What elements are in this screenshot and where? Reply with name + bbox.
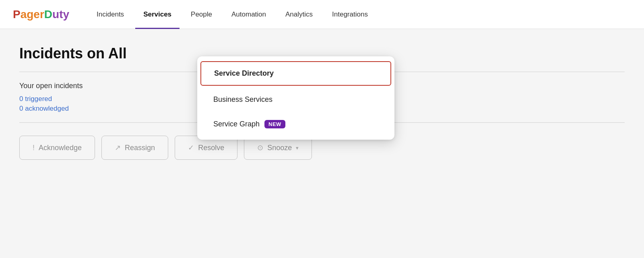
nav-item-services[interactable]: Services	[135, 0, 180, 29]
main-nav: Incidents Services People Automation Ana…	[89, 0, 376, 29]
acknowledge-label: Acknowledge	[39, 144, 82, 152]
dropdown-item-business-services[interactable]: Business Services	[197, 87, 394, 112]
reassign-icon: ↗	[115, 143, 121, 152]
nav-item-automation[interactable]: Automation	[223, 0, 274, 29]
logo-text: PagerDuty	[13, 8, 69, 21]
resolve-label: Resolve	[198, 144, 224, 152]
nav-item-integrations[interactable]: Integrations	[324, 0, 376, 29]
reassign-label: Reassign	[125, 144, 155, 152]
logo-uty: uty	[52, 8, 69, 21]
nav-item-people[interactable]: People	[183, 0, 220, 29]
logo-d: D	[44, 8, 52, 21]
nav-item-analytics[interactable]: Analytics	[277, 0, 321, 29]
snooze-icon: ⊙	[257, 143, 263, 152]
services-dropdown: Service Directory Business Services Serv…	[197, 56, 394, 140]
snooze-label: Snooze	[267, 144, 292, 152]
resolve-icon: ✓	[188, 143, 194, 152]
nav-item-incidents[interactable]: Incidents	[89, 0, 132, 29]
acknowledge-button[interactable]: ! Acknowledge	[19, 136, 95, 160]
logo-ager: ager	[21, 8, 44, 21]
service-graph-row: Service Graph NEW	[213, 120, 378, 128]
header: PagerDuty Incidents Services People Auto…	[0, 0, 644, 29]
logo-p: P	[13, 8, 21, 21]
reassign-button[interactable]: ↗ Reassign	[101, 136, 168, 160]
acknowledge-icon: !	[33, 144, 35, 152]
main-content: Incidents on All Your open incidents 0 t…	[0, 29, 644, 258]
new-badge: NEW	[264, 120, 285, 128]
snooze-chevron-icon: ▾	[296, 145, 299, 151]
snooze-inner: ⊙ Snooze ▾	[257, 143, 299, 152]
logo[interactable]: PagerDuty	[13, 8, 69, 21]
dropdown-item-service-graph[interactable]: Service Graph NEW	[197, 112, 394, 136]
dropdown-item-service-directory[interactable]: Service Directory	[200, 61, 391, 86]
